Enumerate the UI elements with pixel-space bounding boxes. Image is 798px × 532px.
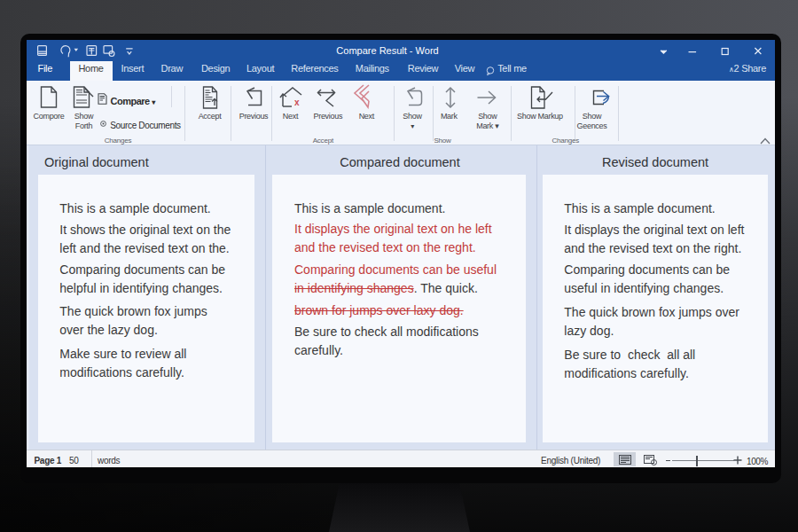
- svg-text:x: x: [294, 98, 300, 107]
